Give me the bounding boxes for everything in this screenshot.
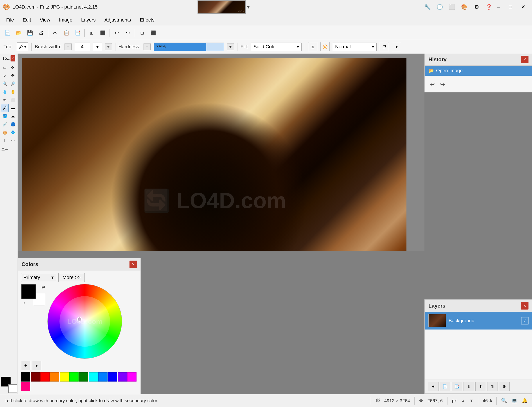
fill-dropdown[interactable]: Solid Color ▾ xyxy=(251,43,301,51)
palette-swatch-hotpink[interactable] xyxy=(21,382,30,391)
thumbnail-expand-btn[interactable]: ▾ xyxy=(247,4,250,10)
new-btn[interactable]: 📄 xyxy=(2,28,13,38)
history-undo-btn[interactable]: ↩ xyxy=(429,80,436,89)
canvas-area[interactable]: 🔄 LO4D.com xyxy=(18,54,424,251)
grid-btn[interactable]: ⊞ xyxy=(137,28,147,38)
menu-file[interactable]: File xyxy=(2,15,18,24)
brush-width-plus[interactable]: + xyxy=(105,43,112,50)
palette-swatch-darkgreen[interactable] xyxy=(79,372,88,382)
palette-swatch-lightblue[interactable] xyxy=(98,372,108,382)
shape-tool[interactable]: ▬ xyxy=(9,104,17,112)
recolor-tool[interactable]: ☁ xyxy=(9,112,17,120)
menu-edit[interactable]: Edit xyxy=(18,15,35,24)
cut-btn[interactable]: ✂ xyxy=(50,28,60,38)
pan-zoom-tool[interactable]: 🔎 xyxy=(9,80,17,88)
eyedropper-tool[interactable]: 💉 xyxy=(1,120,8,128)
foreground-swatch[interactable] xyxy=(21,284,36,299)
blend-dropdown[interactable]: Normal ▾ xyxy=(333,43,377,51)
hardness-slider[interactable]: 75% xyxy=(154,43,224,51)
swap-colors-btn[interactable]: ⇄ xyxy=(41,284,45,289)
move-selection-tool[interactable]: ✤ xyxy=(9,63,17,71)
copy-btn[interactable]: 📋 xyxy=(61,28,71,38)
colors-icon-btn[interactable]: 🎨 xyxy=(459,1,470,13)
palette-swatch-purple[interactable] xyxy=(118,372,127,382)
color-wheel[interactable]: LO4D.com xyxy=(47,284,122,359)
zoom-tool[interactable]: 🔍 xyxy=(1,80,8,88)
toolbox-close-btn[interactable]: ✕ xyxy=(11,55,15,62)
swatch-palette-dropdown[interactable]: ▾ xyxy=(32,361,41,370)
duplicate-layer-btn[interactable]: 📄 xyxy=(440,382,450,391)
background-color-swatch[interactable] xyxy=(8,384,17,393)
brush-width-input[interactable] xyxy=(75,43,90,51)
history-item-open-image[interactable]: 📂 Open Image xyxy=(425,66,532,76)
menu-layers[interactable]: Layers xyxy=(77,15,100,24)
blend-icon1[interactable]: ⧖ xyxy=(308,42,317,51)
history-icon-btn[interactable]: 🕐 xyxy=(434,1,446,13)
resize-btn[interactable]: ⬛ xyxy=(97,28,108,38)
blend-icon4[interactable]: ▾ xyxy=(392,42,401,51)
move-tool[interactable]: ✥ xyxy=(9,71,17,79)
hardness-plus[interactable]: + xyxy=(227,43,234,50)
magic-wand-tool[interactable]: 💧 xyxy=(1,88,8,96)
palette-swatch-cyan[interactable] xyxy=(89,372,98,382)
redo-btn[interactable]: ↪ xyxy=(123,28,133,38)
tools-icon-btn[interactable]: 🔧 xyxy=(422,1,433,13)
pencil-tool[interactable]: ✏ xyxy=(1,96,8,104)
palette-swatch-magenta[interactable] xyxy=(127,372,137,382)
history-redo-btn[interactable]: ↪ xyxy=(439,80,446,89)
colors-close-btn[interactable]: ✕ xyxy=(130,261,137,268)
brush-width-minus[interactable]: − xyxy=(64,43,71,50)
reset-colors-btn[interactable]: ↺ xyxy=(22,301,26,305)
blend-icon3[interactable]: ⏱ xyxy=(380,42,389,51)
ruler-btn[interactable]: ⬛ xyxy=(148,28,158,38)
eyedropper2-tool[interactable]: 🔵 xyxy=(9,120,17,128)
delete-layer-btn[interactable]: 🗑 xyxy=(487,382,498,391)
more-colors-btn[interactable]: More >> xyxy=(58,273,85,282)
pan-tool[interactable]: ✋ xyxy=(9,88,17,96)
palette-swatch-yellow[interactable] xyxy=(60,372,69,382)
text-tool[interactable]: T xyxy=(1,137,8,144)
layer-item-background[interactable]: Background ✓ xyxy=(425,312,532,329)
eraser-tool[interactable]: ⬜ xyxy=(9,96,17,104)
shapes-tool[interactable]: △▭ xyxy=(1,145,9,153)
palette-swatch-blue[interactable] xyxy=(108,372,117,382)
menu-adjustments[interactable]: Adjustments xyxy=(100,15,135,24)
layers-icon-btn[interactable]: ⬜ xyxy=(447,1,458,13)
clone-stamp-tool[interactable]: 🪣 xyxy=(1,112,8,120)
palette-swatch-black[interactable] xyxy=(21,372,30,382)
add-swatch-btn[interactable]: + xyxy=(21,361,30,370)
primary-dropdown[interactable]: Primary ▾ xyxy=(21,273,56,282)
print-btn[interactable]: 🖨 xyxy=(36,28,46,38)
undo-btn[interactable]: ↩ xyxy=(111,28,122,38)
status-unit-up[interactable]: ▲ xyxy=(461,399,465,403)
merge-layer-btn[interactable]: 📑 xyxy=(452,382,462,391)
layers-close-btn[interactable]: ✕ xyxy=(521,302,528,310)
menu-view[interactable]: View xyxy=(35,15,54,24)
settings-icon-btn[interactable]: ⚙ xyxy=(471,1,482,13)
line-tool[interactable]: ⋯ xyxy=(9,137,17,144)
paste-btn[interactable]: 📑 xyxy=(72,28,83,38)
tool-selector[interactable]: 🖌 ▾ xyxy=(17,42,28,51)
ellipse-select-tool[interactable]: ○ xyxy=(1,71,8,79)
menu-effects[interactable]: Effects xyxy=(135,15,159,24)
palette-swatch-orange[interactable] xyxy=(50,372,59,382)
move-layer-down-btn[interactable]: ⬇ xyxy=(463,382,474,391)
hardness-minus[interactable]: − xyxy=(144,43,151,50)
menu-image[interactable]: Image xyxy=(55,15,77,24)
close-btn[interactable]: ✕ xyxy=(517,2,529,12)
paint-bucket-tool[interactable]: 🧺 xyxy=(1,128,8,136)
maximize-btn[interactable]: □ xyxy=(504,2,517,12)
layer-properties-btn[interactable]: ⚙ xyxy=(499,382,510,391)
open-btn[interactable]: 📂 xyxy=(13,28,24,38)
rectangle-select-tool[interactable]: ▭ xyxy=(1,63,8,71)
crop-btn[interactable]: ⊞ xyxy=(86,28,97,38)
palette-swatch-green[interactable] xyxy=(69,372,78,382)
add-layer-btn[interactable]: + xyxy=(428,382,439,391)
layer-visibility-check[interactable]: ✓ xyxy=(521,317,528,324)
brush-width-dropdown[interactable]: ▾ xyxy=(93,43,102,51)
save-btn[interactable]: 💾 xyxy=(25,28,35,38)
palette-swatch-red[interactable] xyxy=(40,372,50,382)
status-unit-down[interactable]: ▼ xyxy=(470,399,473,403)
paintbrush-tool[interactable]: 🖌 xyxy=(1,104,8,112)
history-close-btn[interactable]: ✕ xyxy=(521,56,528,63)
